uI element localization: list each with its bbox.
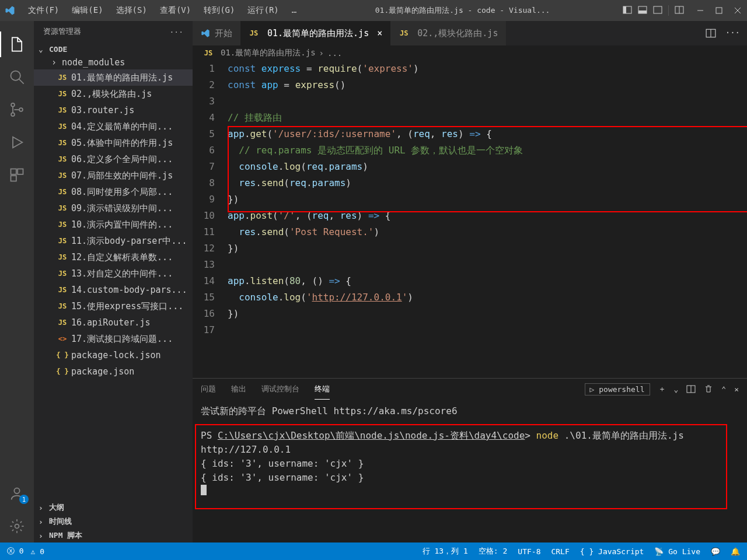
language-mode[interactable]: { } JavaScript <box>580 547 644 556</box>
settings-icon[interactable] <box>9 518 25 534</box>
js-icon: JS <box>57 318 68 327</box>
js-icon: JS <box>57 188 68 196</box>
json-icon: { } <box>57 368 68 376</box>
js-icon: JS <box>57 253 68 261</box>
terminal-tabs: 问题输出调试控制台终端 ▷ powershell ＋ ⌄ ⌃ × <box>193 379 747 400</box>
file-item[interactable]: JS05.体验中间件的作用.js <box>34 135 193 151</box>
npm-section[interactable]: ›NPM 脚本 <box>34 528 193 542</box>
more-icon[interactable]: ··· <box>170 27 183 36</box>
menu-item[interactable]: 编辑(E) <box>66 3 109 18</box>
terminal-shell-picker[interactable]: ▷ powershell <box>585 383 650 396</box>
encoding[interactable]: UTF-8 <box>518 547 540 556</box>
chevron-down-icon[interactable]: ⌄ <box>674 385 679 394</box>
eol[interactable]: CRLF <box>551 547 569 556</box>
go-live[interactable]: 📡 Go Live <box>654 547 700 556</box>
menu-item[interactable]: 文件(F) <box>22 3 65 18</box>
bell-icon[interactable]: 🔔 <box>731 547 740 556</box>
tab-file2[interactable]: JS 02.,模块化路由.js <box>390 21 506 46</box>
source-control-icon[interactable] <box>9 102 25 118</box>
debug-icon[interactable] <box>9 134 25 150</box>
more-icon[interactable]: ··· <box>725 28 740 38</box>
file-item[interactable]: JS07.局部生效的中间件.js <box>34 167 193 184</box>
file-item[interactable]: JS16.apiRouter.js <box>34 314 193 331</box>
menu-item[interactable]: 转到(G) <box>198 3 240 18</box>
trash-icon[interactable] <box>704 384 713 394</box>
file-item[interactable]: JS12.自定义解析表单数... <box>34 249 193 265</box>
file-item[interactable]: JS09.演示错误级别中间... <box>34 200 193 216</box>
file-item[interactable]: JS06.定义多个全局中间... <box>34 151 193 167</box>
svg-point-13 <box>11 103 15 107</box>
minimize-icon[interactable] <box>696 6 705 15</box>
layout-icon[interactable] <box>675 5 684 15</box>
js-icon: JS <box>57 270 68 278</box>
split-editor-icon[interactable] <box>706 28 716 38</box>
indentation[interactable]: 空格: 2 <box>479 546 507 556</box>
file-item[interactable]: JS03.router.js <box>34 102 193 118</box>
file-item[interactable]: { }package.json <box>34 363 193 380</box>
account-icon[interactable]: 1 <box>9 485 25 502</box>
menu-bar: 文件(F)编辑(E)选择(S)查看(V)转到(G)运行(R)… <box>22 3 302 18</box>
sidebar-title: 资源管理器 <box>43 26 81 37</box>
file-item[interactable]: JS13.对自定义的中间件... <box>34 265 193 282</box>
terminal-tab[interactable]: 问题 <box>201 379 216 399</box>
tab-active[interactable]: JS 01.最简单的路由用法.js × <box>240 21 390 46</box>
search-icon[interactable] <box>9 69 25 85</box>
breadcrumb[interactable]: JS 01.最简单的路由用法.js › ... <box>193 46 747 61</box>
close-icon[interactable] <box>733 6 742 15</box>
file-item[interactable]: JS01.最简单的路由用法.js <box>34 69 193 86</box>
panel-right-icon[interactable] <box>653 5 662 15</box>
vscode-small-icon <box>201 29 210 38</box>
file-item[interactable]: JS02.,模块化路由.js <box>34 86 193 102</box>
errors-count[interactable]: ⓧ 0 <box>7 546 24 556</box>
sidebar-header: 资源管理器 ··· <box>34 21 193 42</box>
extensions-icon[interactable] <box>9 167 25 183</box>
file-item[interactable]: { }package-lock.json <box>34 347 193 363</box>
menu-item[interactable]: 运行(R) <box>242 3 284 18</box>
status-bar: ⓧ 0 ⚠ 0 行 13，列 1 空格: 2 UTF-8 CRLF { } Ja… <box>0 542 747 560</box>
js-icon: JS <box>57 302 68 310</box>
chevron-down-icon: ⌄ <box>39 45 47 54</box>
tab-welcome[interactable]: 开始 <box>193 21 240 46</box>
warnings-count[interactable]: ⚠ 0 <box>31 547 44 556</box>
terminal-tab[interactable]: 调试控制台 <box>261 379 299 399</box>
explorer-icon[interactable] <box>9 36 25 52</box>
menu-item[interactable]: … <box>286 3 302 18</box>
file-item[interactable]: JS14.custom-body-pars... <box>34 282 193 298</box>
terminal-tab[interactable]: 输出 <box>231 379 246 399</box>
cursor-position[interactable]: 行 13，列 1 <box>423 546 468 556</box>
menu-item[interactable]: 查看(V) <box>154 3 197 18</box>
file-item[interactable]: JS10.演示内置中间件的... <box>34 216 193 233</box>
menu-item[interactable]: 选择(S) <box>110 3 153 18</box>
maximize-icon[interactable] <box>714 6 724 15</box>
timeline-section[interactable]: ›时间线 <box>34 514 193 528</box>
file-item[interactable]: JS04.定义最简单的中间... <box>34 118 193 135</box>
close-tab-icon[interactable]: × <box>377 28 382 38</box>
feedback-icon[interactable]: 💬 <box>711 547 720 556</box>
file-item[interactable]: <> 17.测试接口跨域问题... <box>34 331 193 347</box>
js-icon: JS <box>57 90 68 98</box>
svg-point-15 <box>19 108 23 111</box>
workspace-root[interactable]: ⌄ CODE <box>34 43 193 55</box>
js-icon: JS <box>57 106 68 114</box>
terminal-tab[interactable]: 终端 <box>315 379 330 400</box>
close-panel-icon[interactable]: × <box>734 385 739 394</box>
file-item[interactable]: JS11.演示body-parser中... <box>34 233 193 249</box>
svg-point-20 <box>15 524 19 528</box>
new-terminal-icon[interactable]: ＋ <box>658 384 666 394</box>
code-content[interactable]: const express = require('express') const… <box>228 61 747 378</box>
terminal-body[interactable]: 尝试新的跨平台 PowerShell https://aka.ms/pscore… <box>193 400 747 542</box>
js-icon: JS <box>57 220 68 229</box>
svg-rect-8 <box>716 8 722 13</box>
file-item[interactable]: JS15.使用express写接口... <box>34 298 193 314</box>
file-item[interactable]: JS08.同时使用多个局部... <box>34 184 193 200</box>
folder-node-modules[interactable]: › node_modules <box>34 55 193 69</box>
line-numbers: 1234567891011121314151617 <box>193 61 228 378</box>
code-editor[interactable]: 1234567891011121314151617 const express … <box>193 61 747 378</box>
split-terminal-icon[interactable] <box>686 384 696 394</box>
panel-bottom-icon[interactable] <box>638 5 647 15</box>
svg-rect-3 <box>638 10 647 13</box>
chevron-up-icon[interactable]: ⌃ <box>721 385 726 394</box>
outline-section[interactable]: ›大纲 <box>34 501 193 514</box>
panel-left-icon[interactable] <box>623 5 632 15</box>
js-icon: JS <box>249 29 259 37</box>
